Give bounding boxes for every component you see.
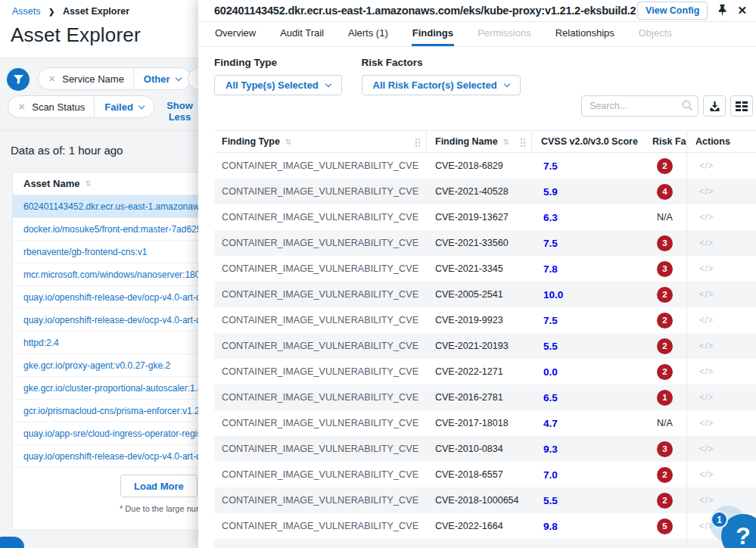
chip-value-dropdown[interactable]: Other (133, 68, 191, 89)
tab-findings[interactable]: Findings (412, 22, 454, 46)
risk-factor-badge[interactable]: 2 (657, 313, 673, 328)
risk-factor-badge[interactable]: 4 (657, 184, 673, 200)
column-settings-button[interactable] (730, 95, 753, 117)
view-config-button[interactable]: View Config (637, 2, 708, 20)
chip-value-dropdown[interactable]: Failed (94, 96, 154, 117)
asset-row[interactable]: 602401143452.dkr.ecr.us-east-1.amazonaws… (13, 195, 198, 218)
risk-factor-badge[interactable]: 1 (657, 390, 673, 406)
help-notification-badge[interactable]: 1 (711, 511, 728, 528)
asset-row[interactable]: docker.io/mosuke5/front-end:master-7ad62… (13, 218, 198, 241)
sort-icon[interactable]: ⇅ (503, 138, 509, 146)
table-row[interactable]: CONTAINER_IMAGE_VULNERABILITY_CVE CVE-20… (214, 204, 756, 230)
risk-factor-badge[interactable]: 3 (657, 441, 673, 457)
risk-factor-badge[interactable]: 2 (657, 158, 673, 174)
chat-launcher-stub[interactable] (0, 537, 24, 548)
tab-overview[interactable]: Overview (214, 22, 257, 46)
code-actions-icon[interactable]: </> (699, 495, 714, 506)
asset-row[interactable]: gke.gcr.io/cluster-proportional-autoscal… (13, 377, 198, 400)
tab-permissions[interactable]: Permissions (477, 22, 532, 46)
sort-icon[interactable]: ⇅ (85, 179, 91, 188)
code-actions-icon[interactable]: </> (699, 160, 714, 171)
table-row[interactable]: CONTAINER_IMAGE_VULNERABILITY_CVE CVE-20… (214, 307, 756, 333)
column-header-cvss-score[interactable]: CVSS v2.0/v3.0 Score ⇅ (532, 131, 643, 152)
filter-funnel-button[interactable] (7, 68, 30, 91)
table-row[interactable]: CONTAINER_IMAGE_VULNERABILITY_CVE CVE-20… (214, 256, 756, 282)
asset-row[interactable]: quay.io/openshift-release-dev/ocp-v4.0-a… (13, 445, 198, 468)
risk-factor-badge[interactable]: 2 (657, 338, 673, 354)
search-input[interactable] (581, 95, 698, 117)
risk-factor-badge[interactable]: 5 (657, 518, 673, 534)
code-actions-icon[interactable]: </> (699, 366, 714, 377)
column-drag-handle-icon[interactable] (415, 138, 421, 148)
table-row[interactable]: CONTAINER_IMAGE_VULNERABILITY_CVE CVE-20… (214, 539, 756, 548)
risk-factor-badge[interactable]: 3 (657, 261, 673, 277)
asset-row[interactable]: quay.io/openshift-release-dev/ocp-v4.0-a… (13, 309, 198, 332)
risk-factor-badge[interactable]: 2 (657, 364, 673, 380)
asset-row[interactable]: httpd:2.4 (13, 332, 198, 354)
asset-row[interactable]: mcr.microsoft.com/windows/nanoserver:180… (13, 263, 198, 286)
column-header-finding-name[interactable]: Finding Name ⇅ (427, 131, 532, 152)
code-actions-icon[interactable]: </> (699, 186, 714, 197)
table-row[interactable]: CONTAINER_IMAGE_VULNERABILITY_CVE CVE-20… (214, 359, 756, 385)
column-drag-handle-icon[interactable] (520, 138, 526, 148)
code-actions-icon[interactable]: </> (699, 212, 714, 223)
cvss-score-link[interactable]: 6.3 (543, 212, 558, 223)
risk-factor-badge[interactable]: 2 (657, 493, 673, 509)
table-row[interactable]: CONTAINER_IMAGE_VULNERABILITY_CVE CVE-20… (214, 436, 756, 462)
tab-alerts-1[interactable]: Alerts (1) (347, 22, 389, 46)
code-actions-icon[interactable]: </> (699, 289, 714, 300)
pin-button[interactable] (717, 5, 728, 17)
table-row[interactable]: CONTAINER_IMAGE_VULNERABILITY_CVE CVE-20… (214, 385, 756, 410)
close-panel-button[interactable]: ✕ (737, 4, 747, 17)
chip-close-icon[interactable]: ✕ (39, 74, 62, 84)
table-row[interactable]: CONTAINER_IMAGE_VULNERABILITY_CVE CVE-20… (214, 282, 756, 307)
table-row[interactable]: CONTAINER_IMAGE_VULNERABILITY_CVE CVE-20… (214, 513, 756, 539)
asset-row[interactable]: rbenavente/gb-frontend-cns:v1 (13, 241, 198, 263)
table-row[interactable]: CONTAINER_IMAGE_VULNERABILITY_CVE CVE-20… (214, 179, 756, 204)
chip-close-icon[interactable]: ✕ (8, 102, 32, 112)
finding-type-dropdown[interactable]: All Type(s) Selected (214, 75, 342, 95)
table-row[interactable]: CONTAINER_IMAGE_VULNERABILITY_CVE CVE-20… (214, 462, 756, 487)
cvss-score-link[interactable]: 7.5 (543, 315, 558, 326)
table-row[interactable]: CONTAINER_IMAGE_VULNERABILITY_CVE CVE-20… (214, 230, 756, 256)
table-row[interactable]: CONTAINER_IMAGE_VULNERABILITY_CVE CVE-20… (214, 333, 756, 359)
cvss-score-link[interactable]: 10.0 (543, 289, 563, 300)
tab-audit-trail[interactable]: Audit Trail (279, 22, 325, 46)
code-actions-icon[interactable]: </> (699, 469, 714, 480)
table-row[interactable]: CONTAINER_IMAGE_VULNERABILITY_CVE CVE-20… (214, 410, 756, 436)
cvss-score-link[interactable]: 7.5 (543, 238, 558, 249)
cvss-score-link[interactable]: 6.5 (543, 392, 558, 403)
table-row[interactable]: CONTAINER_IMAGE_VULNERABILITY_CVE CVE-20… (214, 487, 756, 513)
tab-relationships[interactable]: Relationships (555, 22, 615, 46)
cvss-score-link[interactable]: 5.5 (543, 495, 558, 506)
code-actions-icon[interactable]: </> (699, 444, 714, 454)
cvss-score-link[interactable]: 0.0 (543, 366, 558, 378)
filter-chip-scan-status[interactable]: ✕ Scan Status Failed (8, 95, 154, 118)
show-less-link[interactable]: Show Less (161, 100, 198, 123)
breadcrumb-assets-link[interactable]: Assets (12, 6, 41, 17)
asset-row[interactable]: quay.io/openshift-release-dev/ocp-v4.0-a… (13, 286, 198, 309)
risk-factor-badge[interactable]: 2 (657, 287, 673, 303)
code-actions-icon[interactable]: </> (699, 263, 714, 274)
sort-icon[interactable]: ⇅ (285, 138, 291, 146)
asset-row[interactable]: quay.io/app-sre/cloud-ingress-operator-r… (13, 422, 198, 445)
code-actions-icon[interactable]: </> (699, 315, 714, 325)
filter-chip-service-name[interactable]: ✕ Service Name Other (38, 67, 191, 90)
cvss-score-link[interactable]: 7.8 (543, 263, 558, 275)
risk-factor-badge[interactable]: 3 (657, 235, 673, 251)
cvss-score-link[interactable]: 5.9 (543, 186, 558, 198)
asset-row[interactable]: gke.gcr.io/proxy-agent:v0.0.27-gke.2 (13, 354, 198, 377)
cvss-score-link[interactable]: 5.5 (543, 341, 558, 352)
code-actions-icon[interactable]: </> (699, 341, 714, 351)
download-button[interactable] (703, 95, 726, 117)
column-header-finding-type[interactable]: Finding Type ⇅ (214, 131, 427, 152)
risk-factor-badge[interactable]: 2 (657, 467, 673, 483)
asset-row[interactable]: gcr.io/prismacloud-cns/prisma-enforcer:v… (13, 400, 198, 422)
tab-objects[interactable]: Objects (638, 22, 673, 46)
code-actions-icon[interactable]: </> (699, 418, 714, 428)
cvss-score-link[interactable]: 9.3 (543, 444, 558, 455)
cvss-score-link[interactable]: 7.5 (543, 160, 558, 172)
column-header-risk-factors[interactable]: Risk Fact (643, 131, 686, 152)
cvss-score-link[interactable]: 4.7 (543, 418, 558, 429)
code-actions-icon[interactable]: </> (699, 238, 714, 248)
